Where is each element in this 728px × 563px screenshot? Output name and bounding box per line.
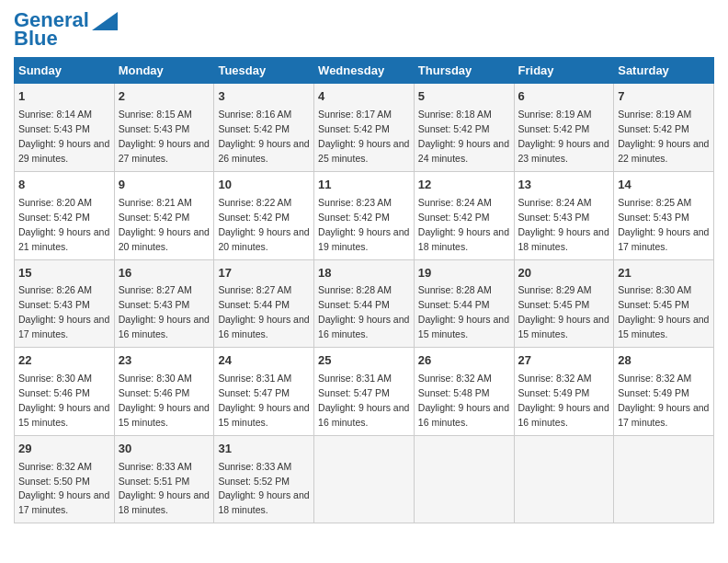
calendar-table: SundayMondayTuesdayWednesdayThursdayFrid…	[14, 57, 714, 523]
daylight: Daylight: 9 hours and 18 minutes.	[218, 489, 309, 515]
day-header-saturday: Saturday	[614, 58, 714, 84]
sunrise: Sunrise: 8:21 AM	[119, 197, 192, 208]
day-number: 25	[318, 352, 410, 370]
sunrise: Sunrise: 8:28 AM	[418, 284, 492, 295]
sunset: Sunset: 5:43 PM	[618, 212, 689, 223]
daylight: Daylight: 9 hours and 19 minutes.	[318, 226, 409, 252]
sunset: Sunset: 5:42 PM	[318, 212, 390, 223]
day-header-wednesday: Wednesday	[314, 58, 415, 84]
day-cell: 18Sunrise: 8:28 AMSunset: 5:44 PMDayligh…	[314, 259, 415, 348]
logo: General Blue	[14, 9, 118, 50]
daylight: Daylight: 9 hours and 21 minutes.	[18, 226, 109, 252]
day-number: 24	[218, 352, 310, 370]
day-cell: 6Sunrise: 8:19 AMSunset: 5:42 PMDaylight…	[514, 84, 614, 172]
day-header-monday: Monday	[114, 58, 214, 84]
sunset: Sunset: 5:48 PM	[418, 387, 490, 398]
day-cell: 5Sunrise: 8:18 AMSunset: 5:42 PMDaylight…	[414, 84, 514, 172]
day-number: 4	[318, 88, 410, 106]
day-number: 14	[618, 177, 710, 194]
sunrise: Sunrise: 8:27 AM	[218, 284, 291, 295]
sunset: Sunset: 5:44 PM	[218, 299, 290, 310]
sunset: Sunset: 5:52 PM	[218, 476, 290, 487]
day-number: 22	[18, 352, 110, 370]
sunrise: Sunrise: 8:30 AM	[119, 373, 192, 384]
sunset: Sunset: 5:49 PM	[518, 387, 590, 398]
day-cell	[514, 435, 614, 523]
sunset: Sunset: 5:49 PM	[618, 387, 689, 398]
sunset: Sunset: 5:43 PM	[18, 299, 90, 310]
sunrise: Sunrise: 8:29 AM	[518, 284, 592, 295]
day-cell: 14Sunrise: 8:25 AMSunset: 5:43 PMDayligh…	[614, 171, 714, 259]
daylight: Daylight: 9 hours and 18 minutes.	[418, 226, 509, 252]
day-cell: 17Sunrise: 8:27 AMSunset: 5:44 PMDayligh…	[214, 259, 314, 348]
logo-blue: Blue	[14, 27, 58, 50]
daylight: Daylight: 9 hours and 17 minutes.	[18, 489, 109, 515]
sunset: Sunset: 5:50 PM	[18, 476, 90, 487]
day-cell	[414, 435, 514, 523]
day-number: 17	[218, 265, 310, 282]
daylight: Daylight: 9 hours and 25 minutes.	[318, 138, 409, 164]
sunset: Sunset: 5:42 PM	[218, 123, 290, 134]
day-cell: 31Sunrise: 8:33 AMSunset: 5:52 PMDayligh…	[214, 435, 314, 523]
week-row-4: 22Sunrise: 8:30 AMSunset: 5:46 PMDayligh…	[15, 348, 714, 436]
day-cell: 27Sunrise: 8:32 AMSunset: 5:49 PMDayligh…	[514, 348, 614, 436]
daylight: Daylight: 9 hours and 15 minutes.	[18, 402, 109, 428]
sunset: Sunset: 5:42 PM	[119, 212, 190, 223]
day-cell: 10Sunrise: 8:22 AMSunset: 5:42 PMDayligh…	[214, 171, 314, 259]
sunset: Sunset: 5:42 PM	[318, 123, 390, 134]
day-cell: 21Sunrise: 8:30 AMSunset: 5:45 PMDayligh…	[614, 259, 714, 348]
daylight: Daylight: 9 hours and 15 minutes.	[119, 402, 210, 428]
day-header-thursday: Thursday	[414, 58, 514, 84]
day-cell: 25Sunrise: 8:31 AMSunset: 5:47 PMDayligh…	[314, 348, 415, 436]
header-row: SundayMondayTuesdayWednesdayThursdayFrid…	[15, 58, 714, 84]
sunset: Sunset: 5:45 PM	[618, 299, 689, 310]
day-cell	[614, 435, 714, 523]
daylight: Daylight: 9 hours and 27 minutes.	[119, 138, 210, 164]
sunrise: Sunrise: 8:19 AM	[518, 109, 592, 120]
daylight: Daylight: 9 hours and 26 minutes.	[218, 138, 309, 164]
daylight: Daylight: 9 hours and 17 minutes.	[618, 226, 709, 252]
day-cell: 3Sunrise: 8:16 AMSunset: 5:42 PMDaylight…	[214, 84, 314, 172]
day-cell: 16Sunrise: 8:27 AMSunset: 5:43 PMDayligh…	[114, 259, 214, 348]
day-number: 13	[518, 177, 610, 194]
day-cell: 2Sunrise: 8:15 AMSunset: 5:43 PMDaylight…	[114, 84, 214, 172]
daylight: Daylight: 9 hours and 20 minutes.	[119, 226, 210, 252]
sunrise: Sunrise: 8:33 AM	[119, 461, 192, 472]
daylight: Daylight: 9 hours and 22 minutes.	[618, 138, 709, 164]
day-number: 2	[119, 88, 210, 106]
sunrise: Sunrise: 8:16 AM	[218, 109, 291, 120]
svg-marker-0	[92, 12, 118, 30]
day-header-friday: Friday	[514, 58, 614, 84]
sunrise: Sunrise: 8:14 AM	[18, 109, 92, 120]
daylight: Daylight: 9 hours and 18 minutes.	[119, 489, 210, 515]
sunrise: Sunrise: 8:33 AM	[218, 461, 291, 472]
sunrise: Sunrise: 8:24 AM	[418, 197, 492, 208]
sunrise: Sunrise: 8:20 AM	[18, 197, 92, 208]
day-number: 11	[318, 177, 410, 194]
sunset: Sunset: 5:42 PM	[618, 123, 689, 134]
day-number: 5	[418, 88, 510, 106]
sunrise: Sunrise: 8:17 AM	[318, 109, 392, 120]
day-number: 6	[518, 88, 610, 106]
daylight: Daylight: 9 hours and 17 minutes.	[618, 402, 709, 428]
day-cell: 9Sunrise: 8:21 AMSunset: 5:42 PMDaylight…	[114, 171, 214, 259]
day-cell	[314, 435, 415, 523]
logo-icon	[92, 12, 118, 30]
sunrise: Sunrise: 8:32 AM	[18, 461, 92, 472]
sunset: Sunset: 5:42 PM	[218, 212, 290, 223]
daylight: Daylight: 9 hours and 15 minutes.	[518, 314, 609, 339]
sunrise: Sunrise: 8:31 AM	[318, 373, 392, 384]
sunset: Sunset: 5:42 PM	[418, 123, 490, 134]
day-number: 23	[119, 352, 210, 370]
daylight: Daylight: 9 hours and 23 minutes.	[518, 138, 609, 164]
daylight: Daylight: 9 hours and 24 minutes.	[418, 138, 509, 164]
sunrise: Sunrise: 8:26 AM	[18, 284, 92, 295]
daylight: Daylight: 9 hours and 15 minutes.	[618, 314, 709, 339]
day-number: 20	[518, 265, 610, 282]
day-cell: 20Sunrise: 8:29 AMSunset: 5:45 PMDayligh…	[514, 259, 614, 348]
week-row-5: 29Sunrise: 8:32 AMSunset: 5:50 PMDayligh…	[15, 435, 714, 523]
day-cell: 4Sunrise: 8:17 AMSunset: 5:42 PMDaylight…	[314, 84, 415, 172]
day-number: 19	[418, 265, 510, 282]
day-number: 21	[618, 265, 710, 282]
day-cell: 11Sunrise: 8:23 AMSunset: 5:42 PMDayligh…	[314, 171, 415, 259]
